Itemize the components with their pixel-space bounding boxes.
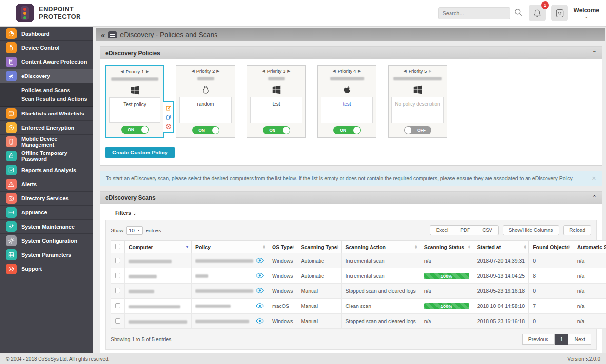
sidebar-item-ediscovery[interactable]: eDiscovery — [0, 69, 93, 83]
previous-page-button[interactable]: Previous — [522, 334, 555, 345]
priority-prev-icon[interactable]: ◀ — [404, 69, 407, 73]
priority-next-icon[interactable]: ▶ — [358, 69, 361, 73]
entries-label: entries — [146, 228, 161, 233]
col-scanning-action[interactable]: Scanning Action▲▼ — [341, 241, 420, 253]
col-scanning-status[interactable]: Scanning Status▲▼ — [420, 241, 473, 253]
col-computer[interactable]: Computer▼ — [125, 241, 192, 253]
col-policy[interactable]: Policy▲▼ — [192, 241, 268, 253]
user-avatar[interactable] — [551, 5, 568, 21]
priority-prev-icon[interactable]: ◀ — [333, 69, 336, 73]
view-policy-eye-icon[interactable] — [256, 318, 264, 325]
sidebar-item-system-parameters[interactable]: System Parameters — [0, 248, 93, 262]
sidebar-item-support[interactable]: Support — [0, 262, 93, 276]
page-1-button[interactable]: 1 — [555, 334, 568, 345]
sidebar-item-alerts[interactable]: Alerts — [0, 177, 93, 192]
policy-card-1[interactable]: ◀ Priority 1 ▶ Test policy ON — [105, 65, 164, 138]
sidebar-item-mobile-device-management[interactable]: Mobile Device Management — [0, 135, 93, 149]
page-title: eDiscovery - Policies and Scans — [120, 31, 217, 38]
info-alert: To start an eDiscovery scan, please sele… — [100, 171, 602, 186]
server-icon — [6, 207, 17, 218]
notification-badge: 1 — [541, 1, 549, 9]
view-policy-eye-icon[interactable] — [256, 273, 264, 279]
view-policy-eye-icon[interactable] — [256, 258, 264, 264]
select-all-header — [111, 241, 125, 253]
submenu-scan-results-and-actions[interactable]: Scan Results and Actions — [21, 95, 93, 103]
policy-card-2[interactable]: ◀ Priority 2 ▶ random ON — [176, 65, 235, 138]
priority-prev-icon[interactable]: ◀ — [262, 69, 265, 73]
policy-toggle[interactable]: ON — [192, 126, 219, 134]
reload-button[interactable]: Reload — [563, 225, 591, 235]
page-size-select[interactable]: 10▼ — [126, 226, 143, 235]
col-scanning-type[interactable]: Scanning Type▲▼ — [297, 241, 341, 253]
policy-card-5[interactable]: ◀ Priority 5 ▶ No policy description OFF — [388, 65, 447, 138]
duplicate-policy-icon[interactable] — [165, 114, 172, 120]
policy-toggle[interactable]: ON — [263, 126, 290, 134]
sidebar-item-device-control[interactable]: Device Control — [0, 41, 93, 55]
priority-next-icon[interactable]: ▶ — [429, 69, 431, 73]
filters-toggle[interactable]: Filters ⌄ — [112, 210, 139, 216]
notifications-button[interactable]: 1 — [529, 5, 546, 21]
close-icon[interactable]: ✕ — [592, 175, 596, 182]
row-checkbox[interactable] — [115, 258, 120, 263]
export-pdf-button[interactable]: PDF — [454, 225, 476, 235]
row-checkbox[interactable] — [115, 288, 120, 293]
page-footer: © 2004 - 2018 CoSoSys Ltd. All rights re… — [0, 353, 606, 364]
export-excel-button[interactable]: Excel — [430, 225, 454, 235]
sidebar-item-blacklists-whitelists[interactable]: Blacklists and Whitelists — [0, 107, 93, 121]
export-csv-button[interactable]: CSV — [476, 225, 499, 235]
sidebar-collapse-icon[interactable]: « — [101, 31, 105, 39]
sidebar-item-dashboard[interactable]: Dashboard — [0, 27, 93, 41]
chart-icon — [6, 165, 17, 175]
col-found-objects[interactable]: Found Objects▲▼ — [529, 241, 573, 253]
policy-toggle[interactable]: ON — [121, 126, 149, 134]
table-row: macOS Manual Clean scan 100% 2018-10-04 … — [111, 299, 606, 314]
sidebar-item-system-configuration[interactable]: System Configuration — [0, 234, 93, 248]
search-input[interactable] — [438, 7, 510, 19]
policy-toggle[interactable]: OFF — [404, 126, 431, 134]
grid-table-icon — [6, 249, 17, 260]
sort-icon: ▲▼ — [523, 244, 527, 249]
row-checkbox[interactable] — [115, 318, 120, 324]
collapse-chevron-icon[interactable]: ⌃ — [592, 50, 597, 56]
sidebar-item-offline-temporary-password[interactable]: Offline Temporary Password — [0, 149, 93, 163]
priority-next-icon[interactable]: ▶ — [216, 69, 219, 73]
priority-next-icon[interactable]: ▶ — [287, 69, 290, 73]
edit-policy-icon[interactable] — [165, 104, 172, 111]
info-alert-text: To start an eDiscovery scan, please sele… — [106, 175, 574, 181]
show-hide-columns-button[interactable]: Show/Hide Columns — [503, 225, 560, 235]
col-os-type[interactable]: OS Type▲▼ — [268, 241, 297, 253]
view-policy-eye-icon[interactable] — [256, 303, 264, 309]
collapse-chevron-icon[interactable]: ⌃ — [592, 194, 597, 201]
search-icon[interactable] — [513, 7, 523, 19]
row-checkbox[interactable] — [115, 273, 120, 278]
top-header: ENDPOINT PROTECTOR 1 Welcome ⌄ — [0, 0, 606, 27]
welcome-menu[interactable]: Welcome ⌄ — [574, 7, 599, 19]
row-checkbox[interactable] — [115, 303, 120, 308]
sidebar-item-content-aware-protection[interactable]: Content Aware Protection — [0, 55, 93, 69]
sidebar-item-appliance[interactable]: Appliance — [0, 206, 93, 220]
sidebar-item-reports-and-analysis[interactable]: Reports and Analysis — [0, 163, 93, 177]
sidebar-item-system-maintenance[interactable]: System Maintenance — [0, 220, 93, 234]
sidebar-item-directory-services[interactable]: Directory Services — [0, 192, 93, 206]
next-page-button[interactable]: Next — [568, 334, 591, 345]
policy-cards-row: ◀ Priority 1 ▶ Test policy ON — [100, 59, 602, 142]
create-custom-policy-button[interactable]: Create Custom Policy — [105, 147, 175, 158]
col-started-at[interactable]: Started at▲▼ — [473, 241, 529, 253]
priority-prev-icon[interactable]: ◀ — [192, 69, 195, 73]
priority-label: Priority 5 — [409, 68, 427, 74]
select-all-checkbox[interactable] — [115, 244, 120, 249]
policy-card-4[interactable]: ◀ Priority 4 ▶ test ON — [317, 65, 376, 138]
policy-card-3[interactable]: ◀ Priority 3 ▶ test ON — [247, 65, 306, 138]
priority-prev-icon[interactable]: ◀ — [121, 69, 124, 74]
show-label: Show — [111, 228, 123, 233]
policy-toggle[interactable]: ON — [333, 126, 361, 134]
sort-icon: ▲▼ — [567, 244, 571, 249]
submenu-policies-and-scans[interactable]: Policies and Scans — [21, 86, 93, 95]
view-policy-eye-icon[interactable] — [256, 288, 264, 294]
sidebar-item-enforced-encryption[interactable]: Enforced Encryption — [0, 121, 93, 135]
lifebuoy-icon — [6, 264, 17, 274]
col-automatic-scanning[interactable]: Automatic Scanning — [573, 241, 606, 253]
priority-next-icon[interactable]: ▶ — [146, 69, 149, 74]
table-row: Windows Automatic Incremental scan 100% … — [111, 268, 606, 284]
delete-policy-icon[interactable] — [165, 123, 172, 130]
